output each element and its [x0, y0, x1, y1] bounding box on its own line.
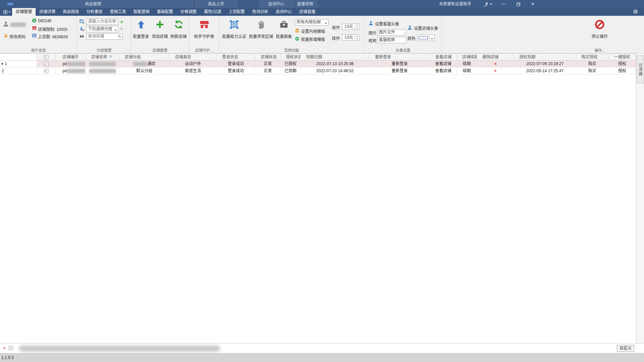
- column-header-店铺类目[interactable]: 店铺类目: [170, 53, 217, 60]
- tab-分析重组[interactable]: 分析重组: [83, 8, 106, 16]
- cell-expire-date: 2022-07-20 14:48:52: [301, 67, 370, 75]
- filter-funnel-icon[interactable]: [109, 55, 112, 59]
- browse-ellipsis-button[interactable]: ...: [402, 30, 405, 35]
- shop-search-input[interactable]: 查询店铺: [86, 33, 123, 40]
- theme-pen-icon[interactable]: [481, 0, 495, 8]
- row-checkbox[interactable]: ✓: [44, 55, 48, 59]
- table-row[interactable]: 2✓pd默认分组家居生活登录成功正常已到期2022-07-20 14:48:52…: [0, 67, 636, 75]
- color-dropdown-button[interactable]: ▼: [430, 35, 435, 41]
- select-all-checkbox[interactable]: ✓: [37, 53, 55, 60]
- stepper-arrows[interactable]: ▲▼: [355, 24, 359, 30]
- cell-shop-status: 正常: [255, 60, 281, 67]
- relogin-action[interactable]: 重新登录: [370, 60, 430, 67]
- cell-shop-group: 默认分组: [119, 67, 170, 75]
- column-header-店铺状态[interactable]: 店铺状态: [255, 53, 281, 60]
- column-header-到期日期[interactable]: 到期日期: [301, 53, 370, 60]
- customize-filter-button[interactable]: 自定义: [617, 345, 634, 352]
- view-shop-action[interactable]: 查看店铺: [430, 60, 457, 67]
- tab-热词分析[interactable]: 热词分析: [248, 8, 272, 16]
- group-label-shop-mgmt: 店铺管理: [131, 47, 189, 53]
- assistant-guardian-button[interactable]: 助手守护者: [191, 19, 217, 39]
- chevron-down-icon: ▼: [114, 27, 117, 33]
- table-row[interactable]: 1✓pd通店运动户外登录成功正常已授权2022-07-13 10:25:36重新…: [0, 60, 636, 67]
- titlebar-group-word-center: 选词中心: [268, 0, 284, 8]
- column-header-购买授权[interactable]: 购买授权: [576, 53, 609, 60]
- row-select-cell[interactable]: ✓: [37, 67, 55, 75]
- view-shop-action[interactable]: 查看店铺: [430, 67, 457, 75]
- set-mainland-template-button[interactable]: 设置内地模板: [295, 28, 325, 34]
- gear-icon[interactable]: [633, 9, 638, 15]
- renew-action[interactable]: 续期: [457, 60, 477, 67]
- stop-operation-button[interactable]: 停止操作: [588, 19, 611, 39]
- one-key-auth-action[interactable]: 授权: [609, 67, 636, 75]
- buy-auth-action[interactable]: 购买: [576, 67, 609, 75]
- batch-stop-shipping-button[interactable]: 批量停发区域: [248, 19, 274, 39]
- column-header-店铺名称[interactable]: 店铺名称: [86, 53, 119, 60]
- close-button[interactable]: ✕: [528, 0, 538, 8]
- delete-shop-action[interactable]: ×: [477, 67, 514, 75]
- row-checkbox[interactable]: ✓: [44, 62, 48, 66]
- column-header-店铺续期[interactable]: 店铺续期: [457, 53, 477, 60]
- delete-x-icon[interactable]: ×: [494, 61, 497, 66]
- add-shop-button[interactable]: 添加店铺: [151, 19, 169, 39]
- tab-智能营销[interactable]: 智能营销: [130, 8, 153, 16]
- row-select-cell[interactable]: ✓: [37, 60, 55, 67]
- tab-选词中心[interactable]: 选词中心: [272, 8, 296, 16]
- tab-价格调整[interactable]: 价格调整: [177, 8, 200, 16]
- image-label: 图片: [369, 30, 377, 36]
- tab-店铺管理[interactable]: 店铺管理: [12, 8, 36, 16]
- main-menu-button[interactable]: [1, 8, 12, 16]
- group-name-input[interactable]: 请输入分组名称: [86, 18, 118, 25]
- batch-capability-cert-button[interactable]: 批量能力认证: [222, 19, 247, 39]
- column-header-店铺编号[interactable]: 店铺编号: [55, 53, 86, 60]
- batch-report-button[interactable]: 批量报备: [274, 19, 294, 39]
- delete-x-icon[interactable]: ×: [494, 69, 497, 73]
- refresh-shops-button[interactable]: 刷新店铺: [169, 19, 188, 39]
- column-header-店铺分组[interactable]: 店铺分组: [119, 53, 170, 60]
- color-swatch[interactable]: [417, 35, 430, 41]
- batch-add-template-button[interactable]: 批量新增模板: [295, 36, 325, 42]
- one-key-auth-action[interactable]: 授权: [609, 60, 636, 67]
- clear-group-button[interactable]: ×: [120, 26, 123, 31]
- set-shop-avatar-button[interactable]: 设置店铺头像: [407, 25, 438, 31]
- tab-营销工具[interactable]: 营销工具: [106, 8, 130, 16]
- first-piece-stepper[interactable]: 13元 ▲▼: [342, 24, 359, 30]
- image-file-input[interactable]: 图片文件...: [377, 29, 406, 36]
- column-header-授权到期[interactable]: 授权到期: [514, 53, 576, 60]
- stepper-arrows[interactable]: ▲▼: [355, 35, 359, 40]
- column-header-一键授权[interactable]: 一键授权: [609, 53, 636, 60]
- tab-基础配置[interactable]: 基础配置: [153, 8, 177, 16]
- column-header-删除店铺[interactable]: 删除店铺: [477, 53, 514, 60]
- maximize-button[interactable]: [513, 0, 523, 8]
- column-header-授权状态[interactable]: 授权状态: [281, 53, 301, 60]
- tab-上货配置[interactable]: 上货配置: [225, 8, 248, 16]
- nickname-input[interactable]: 客服昵称: [377, 37, 406, 43]
- tab-店铺详情[interactable]: 店铺详情: [36, 8, 59, 16]
- minimize-button[interactable]: —: [498, 0, 508, 8]
- tab-商品修改[interactable]: 商品修改: [59, 8, 83, 16]
- change-password-button[interactable]: 修改密码: [9, 34, 26, 39]
- renew-action[interactable]: 续期: [457, 67, 477, 75]
- filter-panel-tab[interactable]: 过滤器: [637, 55, 644, 84]
- add-group-button[interactable]: +: [120, 18, 123, 25]
- remove-filter-icon[interactable]: ✕: [3, 346, 6, 351]
- group-select[interactable]: 下拉选择分组▼: [86, 26, 118, 32]
- tab-属性/过滤[interactable]: 属性/过滤: [200, 8, 225, 16]
- batch-login-button[interactable]: 批量登录: [132, 19, 150, 39]
- shipping-template-select[interactable]: 所有内地包邮▼: [295, 19, 329, 26]
- renewal-piece-label: 续件: [332, 35, 340, 41]
- tab-店铺直播[interactable]: 店铺直播: [296, 8, 319, 16]
- storefront-icon: [32, 26, 37, 32]
- column-header-登录状态[interactable]: 登录状态: [217, 53, 255, 60]
- cell-category: 运动户外: [170, 60, 217, 67]
- column-header-查看店铺[interactable]: 查看店铺: [430, 53, 457, 60]
- filter-enabled-checkbox[interactable]: ✓: [9, 346, 13, 350]
- renewal-piece-stepper[interactable]: 13元 ▲▼: [342, 34, 359, 41]
- relogin-action[interactable]: 重新登录: [370, 67, 430, 75]
- column-header-重新登录[interactable]: 重新登录: [370, 53, 430, 60]
- set-cs-avatar-button[interactable]: 设置客服头像: [369, 21, 399, 27]
- row-checkbox[interactable]: ✓: [44, 69, 48, 73]
- user-avatar-icon: [3, 21, 9, 28]
- buy-auth-action[interactable]: 购买: [576, 60, 609, 67]
- delete-shop-action[interactable]: ×: [477, 60, 514, 67]
